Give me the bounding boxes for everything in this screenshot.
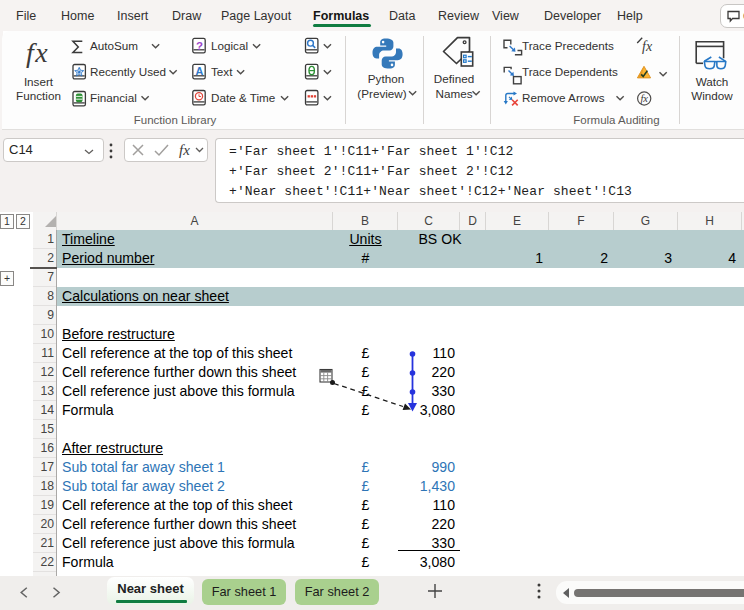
svg-text:?: ? xyxy=(196,40,203,52)
svg-text:fx: fx xyxy=(179,142,190,158)
svg-text:fx: fx xyxy=(642,39,653,54)
svg-text:A: A xyxy=(196,65,204,77)
svg-text:fx: fx xyxy=(640,93,648,104)
